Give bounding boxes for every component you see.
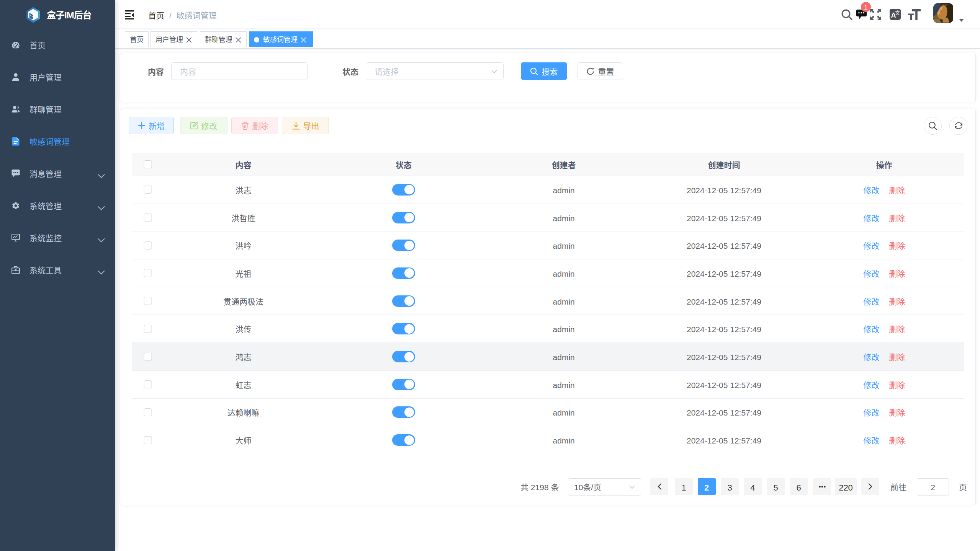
- svg-text:文: 文: [895, 9, 900, 16]
